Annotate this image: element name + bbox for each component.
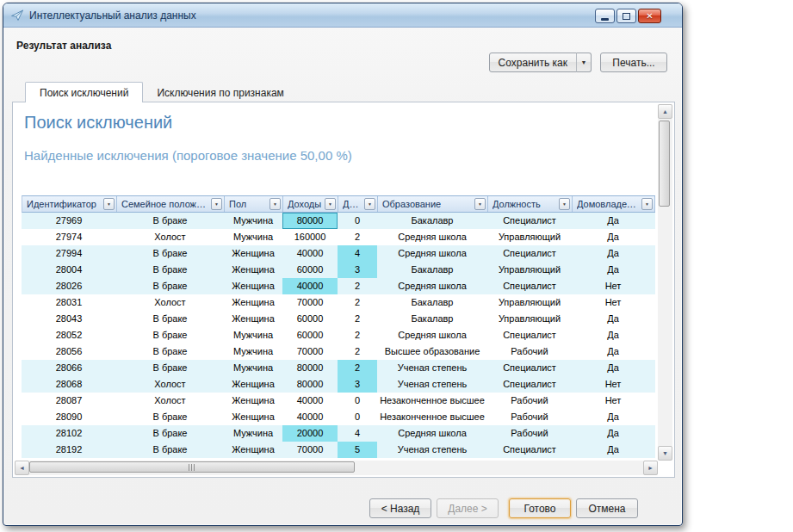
table-cell[interactable]: Специалист <box>487 327 572 343</box>
table-cell[interactable]: Средняя школа <box>377 327 487 343</box>
table-cell[interactable]: 3 <box>338 262 377 278</box>
tab-exceptions-by-attribute[interactable]: Исключения по признакам <box>143 82 297 102</box>
table-cell[interactable]: Холост <box>116 393 224 409</box>
table-cell[interactable]: Специалист <box>487 245 572 262</box>
table-cell[interactable]: 4 <box>338 425 377 442</box>
table-cell[interactable]: Средняя школа <box>377 245 487 262</box>
table-row[interactable]: 28056В бракеМужчина700002Высшее образова… <box>22 343 655 360</box>
titlebar[interactable]: Интеллектуальный анализ данных ✕ <box>3 3 682 28</box>
minimize-button[interactable] <box>595 9 615 23</box>
table-cell[interactable]: 27969 <box>22 213 116 229</box>
table-row[interactable]: 28043В бракеЖенщина600002БакалаврУправля… <box>22 311 655 327</box>
table-row[interactable]: 27969В бракеМужчина800000БакалаврСпециал… <box>22 213 655 229</box>
table-cell[interactable]: 2 <box>338 278 377 294</box>
table-cell[interactable]: 0 <box>338 393 377 409</box>
table-cell[interactable]: Женщина <box>224 311 282 327</box>
table-cell[interactable]: Управляющий <box>487 311 572 327</box>
table-cell[interactable]: Женщина <box>224 376 282 393</box>
table-cell[interactable]: Специалист <box>487 376 572 393</box>
table-cell[interactable]: В браке <box>116 425 224 442</box>
vertical-scrollbar[interactable]: ▲ ▼ <box>658 104 672 461</box>
table-cell[interactable]: Мужчина <box>224 425 282 442</box>
table-cell[interactable]: Бакалавр <box>377 213 487 229</box>
table-cell[interactable]: Управляющий <box>487 294 572 311</box>
table-cell[interactable]: В браке <box>116 360 224 376</box>
table-cell[interactable]: Рабочий <box>487 409 572 425</box>
table-cell[interactable]: Специалист <box>487 213 572 229</box>
tab-exception-search[interactable]: Поиск исключений <box>25 82 143 102</box>
table-cell[interactable]: Мужчина <box>224 213 282 229</box>
table-row[interactable]: 28087ХолостЖенщина400000Незаконченное вы… <box>22 393 655 409</box>
table-cell[interactable]: Женщина <box>224 409 282 425</box>
finish-button[interactable]: Готово <box>509 498 571 518</box>
table-cell[interactable]: Ученая степень <box>377 360 487 376</box>
table-cell[interactable]: Ученая степень <box>377 376 487 393</box>
table-cell[interactable]: 28090 <box>22 409 116 425</box>
horizontal-scroll-thumb[interactable] <box>29 461 355 473</box>
table-row[interactable]: 28031ХолостЖенщина700002БакалаврУправляю… <box>22 294 655 311</box>
table-cell[interactable]: 20000 <box>282 425 338 442</box>
table-cell[interactable]: Да <box>572 327 654 343</box>
table-cell[interactable]: 2 <box>338 343 377 360</box>
table-cell[interactable]: 2 <box>338 294 377 311</box>
table-cell[interactable]: 28031 <box>22 294 116 311</box>
table-cell[interactable]: Да <box>572 343 654 360</box>
scroll-right-button[interactable]: ► <box>643 461 658 475</box>
table-cell[interactable]: Специалист <box>487 360 572 376</box>
table-cell[interactable]: Женщина <box>224 393 282 409</box>
table-cell[interactable]: В браке <box>116 262 224 278</box>
table-cell[interactable]: 80000 <box>282 213 338 229</box>
table-cell[interactable]: Женщина <box>224 294 282 311</box>
table-cell[interactable]: 40000 <box>282 278 338 294</box>
table-cell[interactable]: 160000 <box>282 229 338 245</box>
table-cell[interactable]: Нет <box>572 294 654 311</box>
table-cell[interactable]: Рабочий <box>487 343 572 360</box>
save-as-button[interactable]: Сохранить как <box>489 53 577 72</box>
table-cell[interactable]: Да <box>572 311 654 327</box>
column-filter-button[interactable]: ▼ <box>364 198 375 210</box>
table-cell[interactable]: Холост <box>116 376 224 393</box>
vertical-scroll-thumb[interactable] <box>659 121 670 207</box>
table-cell[interactable]: Незаконченное высшее <box>377 393 487 409</box>
table-cell[interactable]: 27974 <box>22 229 116 245</box>
cancel-button[interactable]: Отмена <box>576 498 638 518</box>
table-cell[interactable]: Нет <box>572 393 654 409</box>
table-cell[interactable]: 2 <box>338 327 377 343</box>
table-cell[interactable]: 28043 <box>22 311 116 327</box>
table-cell[interactable]: 28066 <box>22 360 116 376</box>
table-cell[interactable]: Управляющий <box>487 262 572 278</box>
table-cell[interactable]: 28052 <box>22 327 116 343</box>
scroll-down-button[interactable]: ▼ <box>658 446 672 461</box>
table-cell[interactable]: 3 <box>338 376 377 393</box>
table-cell[interactable]: Мужчина <box>224 360 282 376</box>
table-cell[interactable]: Да <box>572 213 654 229</box>
column-filter-button[interactable]: ▼ <box>269 198 281 210</box>
table-cell[interactable]: 28102 <box>22 425 116 442</box>
table-cell[interactable]: 70000 <box>282 442 338 458</box>
table-cell[interactable]: Ученая степень <box>377 442 487 458</box>
column-filter-button[interactable]: ▼ <box>559 198 570 210</box>
table-cell[interactable]: 2 <box>338 229 377 245</box>
table-cell[interactable]: Нет <box>572 376 654 393</box>
scroll-left-button[interactable]: ◄ <box>15 461 29 475</box>
back-button[interactable]: < Назад <box>369 498 431 518</box>
table-cell[interactable]: 27994 <box>22 245 116 262</box>
table-cell[interactable]: 28192 <box>22 442 116 458</box>
table-cell[interactable]: Специалист <box>487 442 572 458</box>
table-row[interactable]: 28066В бракеМужчина800002Ученая степеньС… <box>22 360 655 376</box>
table-cell[interactable]: Да <box>572 360 654 376</box>
table-cell[interactable]: Средняя школа <box>377 425 487 442</box>
table-row[interactable]: 28102В бракеМужчина200004Средняя школаРа… <box>22 425 655 442</box>
table-row[interactable]: 27974ХолостМужчина1600002Средняя школаУп… <box>22 229 655 245</box>
table-cell[interactable]: 40000 <box>282 409 338 425</box>
table-cell[interactable]: 28056 <box>22 343 116 360</box>
table-cell[interactable]: 40000 <box>282 393 338 409</box>
table-cell[interactable]: Холост <box>116 294 224 311</box>
table-cell[interactable]: Рабочий <box>487 393 572 409</box>
table-cell[interactable]: 80000 <box>282 360 338 376</box>
save-as-dropdown-button[interactable]: ▼ <box>576 53 592 72</box>
table-cell[interactable]: Женщина <box>224 278 282 294</box>
table-cell[interactable]: Бакалавр <box>377 294 487 311</box>
table-cell[interactable]: Да <box>572 442 654 458</box>
table-row[interactable]: 28090В бракеЖенщина400000Незаконченное в… <box>22 409 655 425</box>
